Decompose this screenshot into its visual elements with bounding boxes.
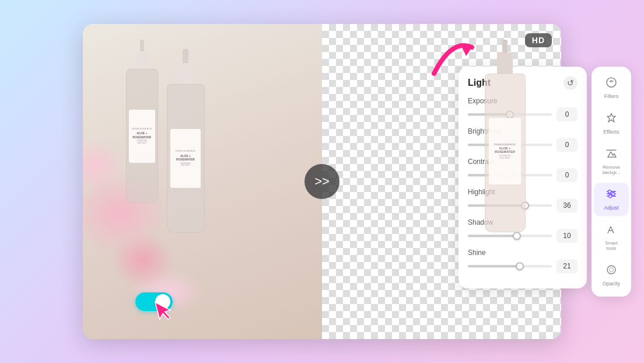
svg-point-8 bbox=[607, 266, 615, 274]
remove-background-icon bbox=[605, 147, 618, 163]
shadow-row: 10 bbox=[468, 229, 578, 243]
bottle-label-right: PEARLESSENCE ALOE +ROSEWATER HYDRATINGFA… bbox=[489, 118, 520, 184]
opacity-icon bbox=[605, 263, 618, 279]
shine-group: Shine 21 bbox=[468, 249, 578, 273]
bottle-front-left: PEARLESSENCE ALOE +ROSEWATER HYDRATINGFA… bbox=[167, 49, 205, 224]
filters-tool[interactable]: Filters bbox=[594, 71, 629, 104]
shine-value: 21 bbox=[556, 259, 578, 273]
svg-point-6 bbox=[612, 193, 615, 196]
shine-row: 21 bbox=[468, 259, 578, 273]
bottle-cap-right bbox=[497, 53, 513, 73]
bottle-right: PEARLESSENCE ALOE +ROSEWATER HYDRATINGFA… bbox=[485, 40, 526, 226]
shadow-fill bbox=[468, 235, 517, 237]
opacity-label: Opacity bbox=[603, 281, 621, 287]
shadow-track[interactable] bbox=[468, 235, 552, 237]
svg-point-9 bbox=[610, 267, 614, 271]
contrast-value: 0 bbox=[556, 168, 578, 182]
smart-tools-label: Smarttools bbox=[605, 240, 617, 252]
shadow-thumb[interactable] bbox=[513, 232, 521, 240]
bottle-back: PEARLESSENCE ALOE +ROSEWATER HYDRATINGFA… bbox=[126, 40, 158, 203]
smart-tools-icon bbox=[605, 223, 618, 239]
adjust-label: Adjust bbox=[604, 205, 618, 211]
hd-badge: HD bbox=[525, 33, 552, 47]
bottle-body-right: PEARLESSENCE ALOE +ROSEWATER HYDRATINGFA… bbox=[485, 74, 526, 232]
exposure-value: 0 bbox=[556, 107, 578, 121]
opacity-tool[interactable]: Opacity bbox=[594, 259, 629, 292]
shine-thumb[interactable] bbox=[516, 262, 524, 270]
shadow-value: 10 bbox=[556, 229, 578, 243]
double-chevron-icon: >> bbox=[314, 174, 330, 189]
remove-background-tool[interactable]: Removebackgr... bbox=[594, 142, 629, 180]
filters-label: Filters bbox=[604, 93, 619, 100]
original-image: PEARLESSENCE ALOE +ROSEWATER HYDRATINGFA… bbox=[83, 24, 322, 339]
smart-tools-tool[interactable]: Smarttools bbox=[594, 218, 629, 256]
adjust-tool[interactable]: Adjust bbox=[594, 183, 629, 216]
shine-fill bbox=[468, 265, 520, 267]
effects-icon bbox=[605, 111, 618, 127]
shine-track[interactable] bbox=[468, 265, 552, 267]
tools-sidebar: Filters Effects Removebackgr... bbox=[592, 67, 631, 296]
bottle-nozzle-right bbox=[502, 40, 508, 53]
reset-button[interactable]: ↺ bbox=[564, 76, 578, 90]
svg-point-7 bbox=[609, 195, 612, 198]
compare-button[interactable]: >> bbox=[304, 164, 340, 199]
adjust-icon bbox=[605, 187, 618, 203]
effects-tool[interactable]: Effects bbox=[594, 107, 629, 140]
svg-point-5 bbox=[608, 190, 611, 193]
brightness-value: 0 bbox=[556, 138, 578, 152]
shine-label: Shine bbox=[468, 249, 578, 257]
highlight-value: 36 bbox=[556, 198, 578, 212]
filters-icon bbox=[605, 76, 618, 92]
effects-label: Effects bbox=[603, 129, 619, 135]
remove-background-label: Removebackgr... bbox=[603, 165, 620, 176]
main-container: PEARLESSENCE ALOE +ROSEWATER HYDRATINGFA… bbox=[13, 15, 631, 348]
